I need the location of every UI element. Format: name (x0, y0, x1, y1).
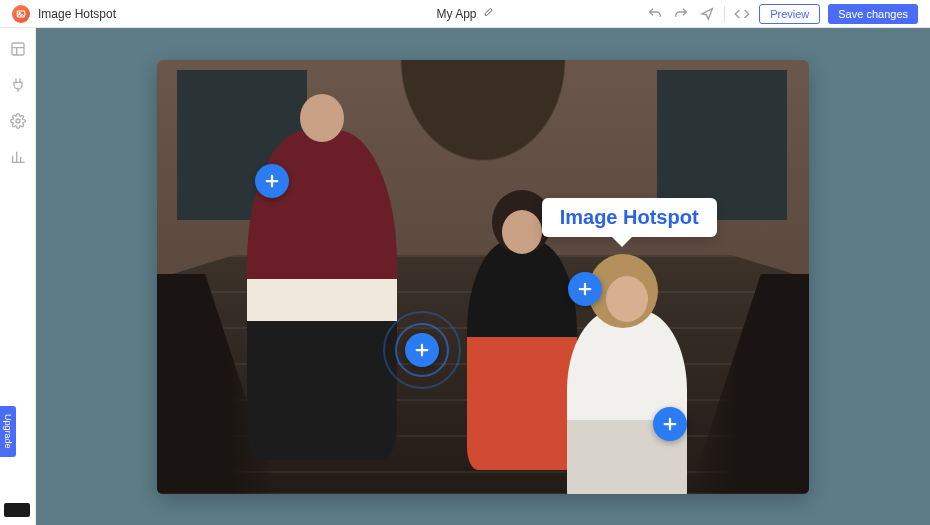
hotspot-marker-active[interactable] (405, 333, 439, 367)
app-title: Image Hotspot (38, 7, 116, 21)
code-icon[interactable] (733, 5, 751, 23)
image-frame[interactable]: Image Hotspot (157, 60, 809, 494)
hotspot-marker[interactable] (653, 407, 687, 441)
project-name: My App (436, 7, 476, 21)
preview-button[interactable]: Preview (759, 4, 820, 24)
hotspot-tooltip: Image Hotspot (542, 198, 717, 237)
canvas-area: Image Hotspot (36, 28, 930, 525)
corner-widget[interactable] (4, 503, 30, 517)
topbar-left: Image Hotspot (12, 5, 116, 23)
gear-icon[interactable] (9, 112, 27, 130)
app-logo-icon (12, 5, 30, 23)
top-bar: Image Hotspot My App Preview Save change… (0, 0, 930, 28)
main-area: Upgrade (0, 28, 930, 525)
upgrade-button[interactable]: Upgrade (0, 406, 16, 457)
background-photo (157, 60, 809, 494)
divider (724, 6, 725, 22)
hotspot-marker[interactable] (568, 272, 602, 306)
project-name-group[interactable]: My App (436, 7, 493, 21)
undo-icon[interactable] (646, 5, 664, 23)
save-button[interactable]: Save changes (828, 4, 918, 24)
hotspot-marker[interactable] (255, 164, 289, 198)
layout-icon[interactable] (9, 40, 27, 58)
topbar-right: Preview Save changes (646, 4, 918, 24)
analytics-icon[interactable] (9, 148, 27, 166)
svg-rect-2 (12, 43, 24, 55)
plug-icon[interactable] (9, 76, 27, 94)
redo-icon[interactable] (672, 5, 690, 23)
svg-point-3 (16, 119, 20, 123)
share-icon[interactable] (698, 5, 716, 23)
left-sidebar: Upgrade (0, 28, 36, 525)
tooltip-text: Image Hotspot (560, 206, 699, 228)
edit-icon[interactable] (483, 7, 494, 21)
